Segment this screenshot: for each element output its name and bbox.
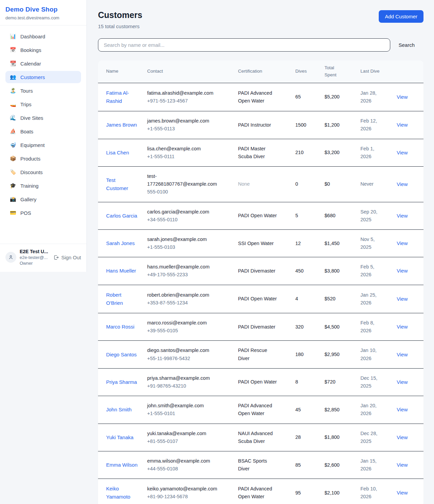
- island-icon: 🏝️: [10, 88, 16, 94]
- customer-name-link[interactable]: Keiko Yamamoto: [106, 486, 130, 500]
- customer-phone: +81-90-1234-5678: [147, 493, 219, 501]
- view-customer-link[interactable]: View: [397, 296, 408, 302]
- search-bar: Search: [98, 38, 423, 52]
- customer-name-link[interactable]: Yuki Tanaka: [106, 434, 134, 440]
- sidebar-item-pos[interactable]: 💳 POS: [5, 207, 81, 219]
- user-role: Owner: [20, 261, 50, 266]
- sign-out-button[interactable]: Sign Out: [53, 255, 81, 260]
- customer-certification: PADI Open Water: [238, 202, 295, 229]
- sidebar-item-discounts[interactable]: 🏷️ Discounts: [5, 166, 81, 178]
- customer-certification: PADI Divemaster: [238, 313, 295, 341]
- customer-total-spent: $1,800: [324, 424, 360, 451]
- column-header-last-dive: Last Dive: [360, 60, 397, 83]
- user-section: E2E Test U... e2e-tester@... Owner Sign …: [0, 244, 86, 272]
- customer-total-spent: $1,450: [324, 229, 360, 257]
- sidebar-item-bookings[interactable]: 📅 Bookings: [5, 44, 81, 56]
- add-customer-button[interactable]: Add Customer: [379, 10, 423, 23]
- sidebar-item-tours[interactable]: 🏝️ Tours: [5, 85, 81, 97]
- speedboat-icon: 🚤: [10, 101, 16, 107]
- sidebar-item-products[interactable]: 📦 Products: [5, 152, 81, 165]
- view-customer-link[interactable]: View: [397, 490, 408, 496]
- customer-name-link[interactable]: Sarah Jones: [106, 240, 135, 246]
- customer-name-link[interactable]: Robert O'Brien: [106, 292, 123, 306]
- customer-email: test-1772681807767@example.com: [147, 172, 219, 188]
- sidebar-item-equipment[interactable]: 🤿 Equipment: [5, 139, 81, 151]
- sidebar-item-dive-sites[interactable]: 🌊 Dive Sites: [5, 112, 81, 124]
- sidebar-item-calendar[interactable]: 📆 Calendar: [5, 57, 81, 70]
- customer-dives: 4: [295, 285, 324, 313]
- customer-email: marco.rossi@example.com: [147, 319, 219, 327]
- sailboat-icon: ⛵: [10, 128, 16, 134]
- view-customer-link[interactable]: View: [397, 122, 408, 128]
- table-header-row: Name Contact Certification Dives Total S…: [98, 60, 423, 83]
- customer-email: robert.obrien@example.com: [147, 291, 219, 299]
- customer-dives: 180: [295, 341, 324, 368]
- customer-last-dive: Feb 1, 2026: [360, 139, 397, 166]
- view-customer-link[interactable]: View: [397, 181, 408, 187]
- sidebar-item-gallery[interactable]: 📸 Gallery: [5, 193, 81, 205]
- people-icon: 👥: [10, 74, 16, 80]
- view-customer-link[interactable]: View: [397, 434, 408, 440]
- customer-certification: NAUI Advanced Scuba Diver: [238, 424, 295, 451]
- customer-phone: +353-87-555-1234: [147, 299, 219, 307]
- customer-dives: 5: [295, 202, 324, 229]
- person-icon: [8, 255, 14, 260]
- customer-name-link[interactable]: Marco Rossi: [106, 324, 134, 330]
- customer-dives: 320: [295, 313, 324, 341]
- avatar: [5, 252, 16, 263]
- view-customer-link[interactable]: View: [397, 268, 408, 274]
- table-row: Carlos Garcia carlos.garcia@example.com …: [98, 202, 423, 229]
- customer-phone: +49-170-555-2233: [147, 271, 219, 279]
- customer-name-link[interactable]: Fatima Al-Rashid: [106, 90, 129, 104]
- view-customer-link[interactable]: View: [397, 407, 408, 412]
- customer-total-spent: $680: [324, 202, 360, 229]
- customer-name-link[interactable]: Carlos Garcia: [106, 213, 137, 219]
- customer-dives: 45: [295, 396, 324, 424]
- customer-name-link[interactable]: Test Customer: [106, 177, 128, 191]
- customer-phone: +44-555-0108: [147, 465, 219, 473]
- view-customer-link[interactable]: View: [397, 240, 408, 246]
- customer-total-spent: $2,100: [324, 479, 360, 504]
- view-customer-link[interactable]: View: [397, 324, 408, 330]
- customer-name-link[interactable]: John Smith: [106, 407, 132, 412]
- customer-name-link[interactable]: Emma Wilson: [106, 462, 138, 468]
- view-customer-link[interactable]: View: [397, 352, 408, 357]
- sidebar: Demo Dive Shop demo.test.divestreams.com…: [0, 0, 87, 272]
- customer-name-link[interactable]: Hans Mueller: [106, 268, 136, 274]
- view-customer-link[interactable]: View: [397, 94, 408, 100]
- column-header-certification: Certification: [238, 60, 295, 83]
- sidebar-item-label: Equipment: [20, 142, 45, 148]
- customer-phone: +34-555-0110: [147, 216, 219, 224]
- customer-certification: BSAC Sports Diver: [238, 451, 295, 479]
- customer-last-dive: Jan 15, 2026: [360, 451, 397, 479]
- sidebar-item-trips[interactable]: 🚤 Trips: [5, 98, 81, 110]
- sidebar-item-customers[interactable]: 👥 Customers: [5, 71, 81, 83]
- sidebar-item-label: Customers: [20, 74, 45, 80]
- wave-icon: 🌊: [10, 115, 16, 121]
- sidebar-item-boats[interactable]: ⛵ Boats: [5, 125, 81, 137]
- customer-phone: +1-555-0103: [147, 243, 219, 251]
- customer-last-dive: Feb 10, 2026: [360, 479, 397, 504]
- customer-certification: SSI Open Water: [238, 229, 295, 257]
- view-customer-link[interactable]: View: [397, 462, 408, 468]
- customer-count: 15 total customers: [98, 23, 142, 29]
- table-row: Sarah Jones sarah.jones@example.com +1-5…: [98, 229, 423, 257]
- customer-name-link[interactable]: Diego Santos: [106, 352, 137, 357]
- sidebar-item-training[interactable]: 🎓 Training: [5, 180, 81, 192]
- view-customer-link[interactable]: View: [397, 213, 408, 219]
- customer-name-link[interactable]: Priya Sharma: [106, 379, 137, 385]
- customer-dives: 210: [295, 139, 324, 166]
- search-input[interactable]: [98, 38, 390, 52]
- customer-phone: +1-555-0113: [147, 125, 219, 133]
- customer-email: hans.mueller@example.com: [147, 263, 219, 271]
- view-customer-link[interactable]: View: [397, 379, 408, 385]
- customer-dives: 450: [295, 257, 324, 285]
- logout-icon: [53, 255, 59, 260]
- search-button[interactable]: Search: [390, 38, 423, 52]
- customer-total-spent: $5,200: [324, 83, 360, 111]
- customer-name-link[interactable]: Lisa Chen: [106, 150, 129, 155]
- sidebar-item-dashboard[interactable]: 📊 Dashboard: [5, 30, 81, 42]
- view-customer-link[interactable]: View: [397, 150, 408, 155]
- user-email: e2e-tester@...: [20, 255, 50, 260]
- customer-name-link[interactable]: James Brown: [106, 122, 137, 128]
